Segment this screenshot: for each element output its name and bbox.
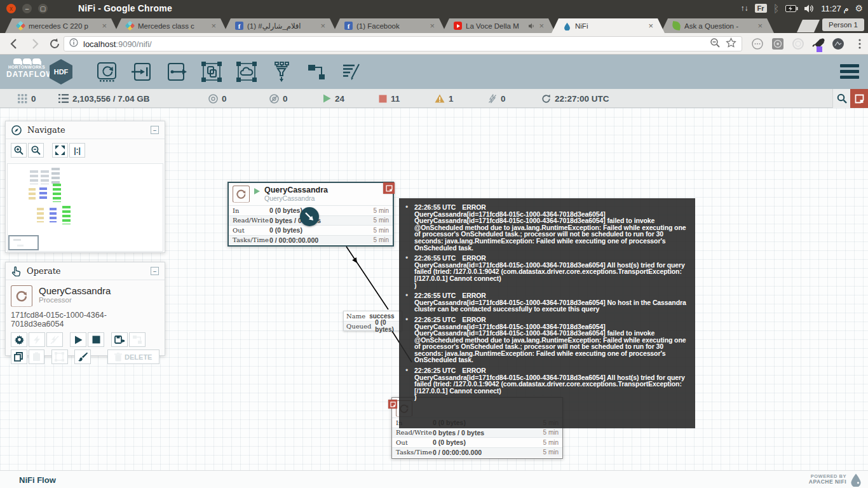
brand-line1: HORTONWORKS (6, 65, 47, 69)
zoom-indicator-icon[interactable] (710, 37, 721, 51)
browser-tab[interactable]: La Voce Della M × (442, 18, 555, 33)
remote-process-group-component-icon[interactable] (236, 61, 257, 83)
start-button[interactable] (70, 332, 86, 347)
new-tab-button[interactable] (797, 20, 820, 32)
bulletin-board-button[interactable] (850, 89, 868, 108)
brush-icon (78, 352, 88, 362)
search-button[interactable] (832, 89, 850, 108)
volume-icon[interactable] (804, 4, 815, 13)
profile-button[interactable]: Person 1 (822, 18, 864, 31)
processor-bulletin-badge[interactable] (388, 400, 397, 409)
tab-close-icon[interactable]: × (102, 22, 107, 30)
clock[interactable]: م 11:27 (821, 4, 848, 13)
window-close-icon[interactable]: x (6, 4, 16, 13)
queue-list-icon (58, 94, 69, 103)
birdseye-node (62, 206, 71, 224)
create-template-button[interactable] (111, 332, 128, 347)
running-icon (323, 94, 331, 103)
connection-label[interactable]: Namesuccess Queued0 (0 bytes) (343, 311, 402, 331)
birdseye-viewport[interactable] (8, 235, 39, 250)
disabled-bolt-icon (488, 94, 497, 104)
extension-circle-dots-icon[interactable] (751, 37, 764, 50)
navigate-panel: Navigate – |:| (5, 121, 165, 253)
breadcrumb[interactable]: NiFi Flow (19, 475, 56, 485)
window-minimize-icon[interactable]: – (22, 4, 32, 13)
network-arrows-icon[interactable]: ↑↓ (741, 4, 749, 13)
facebook-favicon-icon: f (235, 22, 243, 30)
battery-icon[interactable] (785, 5, 798, 12)
connect-drag-handle[interactable] (300, 207, 319, 226)
browser-tab[interactable]: f (1) #افلام_شارلي × (224, 18, 337, 33)
collapse-navigate-icon[interactable]: – (151, 126, 159, 134)
extension-dark-circle-icon[interactable] (832, 37, 844, 50)
tab-label: NiFi (575, 22, 644, 30)
keyboard-layout-indicator[interactable]: Fr (755, 4, 767, 13)
tab-close-icon[interactable]: × (539, 22, 544, 30)
browser-tab-active[interactable]: NiFi × (552, 18, 665, 33)
template-component-icon[interactable] (306, 61, 327, 83)
session-gear-icon[interactable]: ⚙ (855, 3, 863, 13)
process-group-component-icon[interactable] (201, 61, 222, 83)
hdf-badge: HDF (50, 59, 72, 85)
tab-close-icon[interactable]: × (648, 22, 653, 30)
tab-audio-icon[interactable] (529, 20, 535, 32)
bullet-icon: • (405, 292, 409, 313)
global-menu-icon[interactable] (840, 64, 859, 81)
gear-icon (15, 335, 24, 344)
disable-button[interactable] (46, 332, 63, 347)
tab-label: (1) #افلام_شارلي (247, 22, 316, 30)
reload-button[interactable] (48, 37, 61, 50)
zoom-out-button[interactable] (28, 143, 44, 158)
bullet-icon: • (405, 255, 409, 288)
navigate-title: Navigate (27, 125, 65, 135)
paste-button[interactable] (29, 349, 45, 364)
group-button[interactable] (129, 332, 146, 347)
processor-type-icon (11, 285, 32, 307)
processor-component-icon[interactable] (96, 61, 118, 83)
forward-button[interactable] (29, 37, 41, 50)
browser-menu-icon[interactable] (854, 37, 867, 50)
tab-close-icon[interactable]: × (757, 22, 763, 30)
tab-close-icon[interactable]: × (211, 22, 216, 30)
birdseye-map[interactable] (7, 163, 163, 252)
flow-canvas[interactable]: Navigate – |:| (0, 108, 868, 470)
delete-button[interactable]: DELETE (107, 349, 159, 364)
funnel-component-icon[interactable] (271, 61, 292, 83)
bookmark-star-icon[interactable] (726, 37, 736, 51)
output-port-component-icon[interactable] (166, 61, 187, 83)
color-picker-extension-icon[interactable] (811, 37, 824, 50)
input-port-component-icon[interactable] (131, 61, 153, 83)
tab-close-icon[interactable]: × (320, 22, 325, 30)
zoom-in-button[interactable] (11, 143, 27, 158)
tab-label: (1) Facebook (356, 22, 426, 30)
tab-close-icon[interactable]: × (430, 22, 435, 30)
tab-label: mercedes C 220 p (29, 22, 98, 30)
bolt-icon (34, 336, 41, 344)
zoom-actual-button[interactable]: |:| (69, 143, 85, 158)
browser-tab[interactable]: Ask a Question - × (661, 18, 774, 33)
label-component-icon[interactable] (341, 61, 362, 83)
browser-tab[interactable]: Mercedes class c × (114, 18, 227, 33)
group-selection-button[interactable] (51, 349, 68, 364)
collapse-operate-icon[interactable]: – (151, 267, 159, 275)
extension-faded-icon[interactable] (792, 37, 804, 50)
enable-button[interactable] (29, 332, 45, 347)
extension-grey-icon[interactable] (771, 37, 784, 50)
bullet-icon: • (405, 316, 409, 363)
stop-button[interactable] (88, 332, 104, 347)
browser-tab[interactable]: f (1) Facebook × (333, 18, 446, 33)
trash-icon (114, 353, 122, 362)
processor-bulletin-badge[interactable] (383, 182, 395, 194)
bulletin-message: QueryCassandra[id=171fcd84-015c-1000-436… (414, 299, 689, 313)
configure-button[interactable] (11, 332, 27, 347)
page-info-icon[interactable] (69, 38, 78, 50)
zoom-fit-button[interactable] (52, 143, 68, 158)
back-button[interactable] (8, 37, 20, 50)
bluetooth-icon[interactable]: ᛒ (773, 3, 780, 15)
fill-color-button[interactable] (74, 349, 91, 364)
window-maximize-icon[interactable]: ▢ (38, 4, 48, 13)
address-bar[interactable]: localhost:9090/nifi/ (64, 36, 742, 51)
browser-tab[interactable]: mercedes C 220 p × (5, 18, 118, 33)
copy-button[interactable] (11, 349, 27, 364)
bulletin-entry: • 22:26:25 UTCERROR QueryCassandra[id=17… (405, 316, 689, 363)
